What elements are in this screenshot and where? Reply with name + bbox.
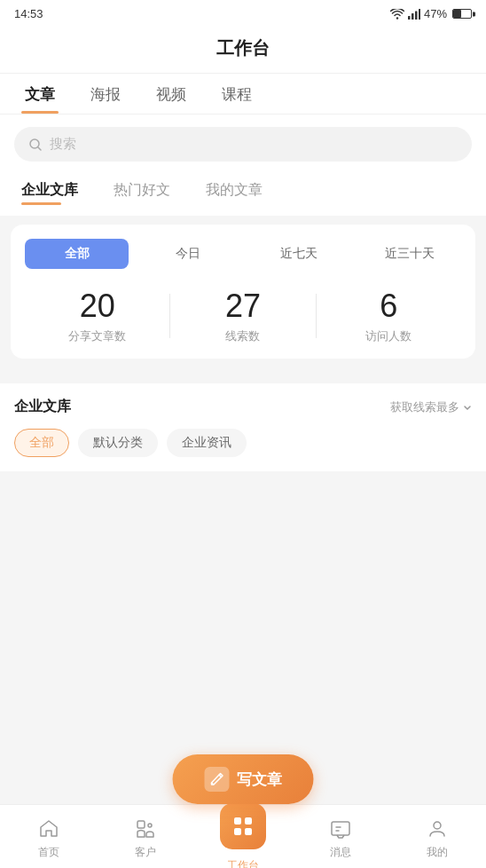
message-icon	[328, 817, 353, 841]
home-icon	[36, 817, 61, 841]
stat-leads: 27 线索数	[170, 287, 315, 344]
svg-rect-6	[137, 821, 145, 828]
nav-message[interactable]: 消息	[292, 813, 389, 860]
person-icon	[425, 817, 450, 841]
svg-rect-9	[234, 828, 241, 835]
sub-tab-hot[interactable]: 热门好文	[114, 181, 170, 205]
write-button-label: 写文章	[237, 769, 282, 790]
svg-rect-10	[245, 828, 252, 835]
nav-message-label: 消息	[330, 845, 351, 860]
nav-home-label: 首页	[38, 845, 59, 860]
nav-mine-label: 我的	[427, 845, 448, 860]
page-header: 工作台	[0, 28, 486, 74]
stat-leads-number: 27	[170, 287, 315, 325]
nav-customer[interactable]: 客户	[98, 813, 195, 860]
category-all[interactable]: 全部	[14, 429, 69, 457]
battery-percent: 47%	[424, 7, 447, 20]
page-title: 工作台	[216, 38, 270, 58]
time-filter-30days[interactable]: 近三十天	[357, 239, 461, 269]
search-icon	[28, 138, 43, 152]
content-tabs: 文章 海报 视频 课程	[0, 74, 486, 114]
library-section: 企业文库 获取线索最多 全部 默认分类 企业资讯	[0, 383, 486, 471]
stat-articles-label: 分享文章数	[25, 328, 169, 344]
svg-rect-4	[419, 9, 420, 20]
tab-poster[interactable]: 海报	[87, 74, 124, 114]
tab-video[interactable]: 视频	[153, 74, 190, 114]
svg-rect-11	[332, 822, 349, 835]
nav-customer-label: 客户	[135, 845, 156, 860]
stat-visitors-number: 6	[317, 287, 461, 325]
stats-card: 全部 今日 近七天 近三十天 20 分享文章数 27 线索数 6 访问人数	[11, 225, 475, 359]
status-icons: 47%	[390, 7, 472, 20]
sub-tab-mine[interactable]: 我的文章	[206, 181, 263, 205]
category-news[interactable]: 企业资讯	[167, 429, 247, 457]
time-filter: 全部 今日 近七天 近三十天	[25, 239, 461, 269]
spacer	[0, 367, 486, 375]
chevron-down-icon	[463, 403, 472, 412]
tab-course[interactable]: 课程	[218, 74, 255, 114]
stat-visitors: 6 访问人数	[317, 287, 461, 344]
write-icon	[205, 767, 230, 792]
grid-icon	[231, 814, 255, 839]
battery-icon	[452, 9, 472, 19]
search-placeholder: 搜索	[50, 136, 76, 153]
pencil-icon	[210, 772, 224, 786]
wifi-icon	[390, 9, 404, 20]
nav-home[interactable]: 首页	[0, 813, 98, 860]
stat-visitors-label: 访问人数	[317, 328, 461, 344]
search-input-wrap[interactable]: 搜索	[14, 127, 472, 162]
tab-article[interactable]: 文章	[21, 74, 59, 114]
write-article-button[interactable]: 写文章	[173, 754, 314, 804]
status-time: 14:53	[14, 7, 43, 20]
sub-tabs: 企业文库 热门好文 我的文章	[0, 174, 486, 216]
svg-point-0	[396, 17, 398, 19]
category-default[interactable]: 默认分类	[78, 429, 158, 457]
sub-tab-library[interactable]: 企业文库	[21, 181, 78, 205]
stat-leads-label: 线索数	[170, 328, 315, 344]
nav-mine[interactable]: 我的	[388, 813, 486, 860]
svg-point-12	[434, 822, 441, 829]
svg-rect-3	[415, 11, 418, 20]
bottom-nav: 首页 客户 工作台	[0, 804, 486, 868]
svg-rect-7	[234, 817, 241, 825]
stat-articles: 20 分享文章数	[25, 287, 169, 344]
nav-workbench-label: 工作台	[227, 858, 259, 868]
svg-rect-8	[245, 817, 252, 825]
search-section: 搜索	[0, 114, 486, 174]
status-bar: 14:53 47%	[0, 0, 486, 28]
time-filter-all[interactable]: 全部	[25, 239, 129, 269]
time-filter-today[interactable]: 今日	[136, 239, 239, 269]
signal-icon	[408, 9, 420, 20]
svg-rect-1	[408, 16, 411, 20]
stat-articles-number: 20	[25, 287, 169, 325]
stats-row: 20 分享文章数 27 线索数 6 访问人数	[25, 287, 461, 344]
write-button-container: 写文章	[173, 754, 314, 804]
customer-icon	[133, 817, 158, 841]
library-sort-button[interactable]: 获取线索最多	[390, 399, 472, 415]
nav-workbench[interactable]: 工作台	[194, 800, 292, 868]
svg-rect-2	[412, 13, 414, 20]
workbench-bubble	[220, 803, 266, 849]
library-title: 企业文库	[14, 398, 71, 416]
time-filter-7days[interactable]: 近七天	[247, 239, 350, 269]
category-tags: 全部 默认分类 企业资讯	[14, 429, 472, 457]
library-header: 企业文库 获取线索最多	[14, 398, 472, 416]
